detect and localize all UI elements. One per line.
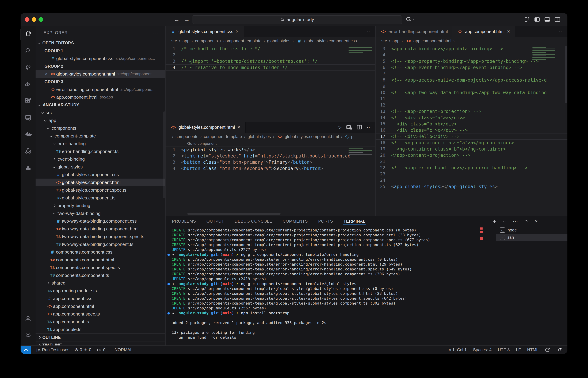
- activity-item-account[interactable]: [21, 311, 36, 327]
- tree-file-item[interactable]: #components.component.css: [36, 248, 165, 256]
- activity-item-search[interactable]: [21, 43, 36, 59]
- toggle-secondary-sidebar-icon[interactable]: [554, 17, 560, 22]
- code-line[interactable]: 20</app-content-projection> -->: [375, 152, 567, 158]
- code-line[interactable]: 8<!-- <app-access-native-dom-objects></a…: [375, 77, 567, 83]
- tree-folder-item[interactable]: property-binding: [36, 202, 165, 210]
- editor-tab[interactable]: <>error-handling.component.html: [375, 26, 452, 37]
- breadcrumb-item[interactable]: app: [392, 39, 400, 43]
- breadcrumb-item[interactable]: global-styles: [248, 134, 271, 139]
- open-editor-item[interactable]: ×<>global-styles.component.htmlsrc/app/c…: [36, 70, 165, 78]
- activity-item-live-share[interactable]: [21, 143, 36, 160]
- tree-file-item[interactable]: TSapp-routing.module.ts: [36, 287, 165, 295]
- code-line[interactable]: 4<button class="btn btn-secondary">Secon…: [166, 165, 375, 172]
- maximize-window-button[interactable]: [39, 17, 43, 22]
- open-editor-item[interactable]: #global-styles.component.csssrc/app/comp…: [36, 55, 165, 63]
- eol-status[interactable]: LF: [516, 347, 521, 352]
- sidebar-section-outline[interactable]: OUTLINE: [36, 333, 165, 341]
- tree-folder-item[interactable]: event-binding: [36, 155, 165, 163]
- tree-folder-item[interactable]: error-handling: [36, 140, 165, 148]
- open-editor-item[interactable]: <>error-handling.component.htmlsrc/app/c…: [36, 86, 165, 94]
- code-line[interactable]: 17<!-- <div>Hello</div> -->: [375, 133, 567, 140]
- activity-item-remote-explorer[interactable]: [21, 110, 36, 126]
- panel-more-actions-icon[interactable]: ···: [513, 218, 518, 224]
- panel-tab-problems[interactable]: PROBLEMS: [172, 216, 196, 226]
- close-icon[interactable]: ×: [43, 71, 49, 77]
- editor-more-actions-icon[interactable]: ···: [367, 28, 372, 34]
- breadcrumb-item[interactable]: components: [195, 39, 218, 43]
- sidebar-scrollbar[interactable]: [163, 111, 165, 198]
- code-line[interactable]: 1<p>global-styles works!</p>: [166, 147, 375, 153]
- activity-item-source-control[interactable]: [21, 59, 36, 76]
- maximize-panel-icon[interactable]: [525, 220, 528, 223]
- breadcrumb-item[interactable]: global-styles: [267, 39, 290, 43]
- tree-folder-item[interactable]: two-way-data-binding: [36, 210, 165, 217]
- open-editor-item[interactable]: <>app.component.htmlsrc/app: [36, 94, 165, 101]
- activity-item-settings[interactable]: [21, 327, 36, 344]
- close-tab-icon[interactable]: ×: [237, 124, 241, 130]
- tree-file-item[interactable]: TSglobal-styles.component.spec.ts: [36, 186, 165, 194]
- encoding-status[interactable]: UTF-8: [498, 347, 510, 352]
- code-editor-app[interactable]: 3<app-data-binding></app-data-binding> -…: [375, 45, 567, 216]
- tree-file-item[interactable]: TSapp.module.ts: [36, 326, 165, 334]
- code-line[interactable]: 5<!-- <app-property-binding></app-proper…: [375, 58, 567, 64]
- code-editor-css[interactable]: 1/* method1 in the css file */23/* @impo…: [166, 45, 375, 122]
- panel-tab-debug-console[interactable]: DEBUG CONSOLE: [234, 216, 272, 226]
- close-tab-icon[interactable]: ×: [506, 29, 511, 34]
- code-line[interactable]: 24: [375, 177, 567, 183]
- tree-folder-item[interactable]: ANGULAR-STUDY: [36, 101, 165, 109]
- breadcrumb-item[interactable]: src: [171, 39, 177, 43]
- code-line[interactable]: 4/* ~ relative to node_modules folder */: [166, 64, 375, 71]
- editor-more-actions-icon[interactable]: ···: [559, 28, 564, 34]
- breadcrumb[interactable]: src›app›components›component-template›gl…: [166, 37, 375, 45]
- close-panel-icon[interactable]: ×: [534, 218, 538, 225]
- terminal-instance-node[interactable]: >_node: [496, 226, 567, 234]
- breadcrumb-item[interactable]: ...: [457, 39, 460, 43]
- tree-file-item[interactable]: <>app.component.html: [36, 302, 165, 310]
- tree-folder-item[interactable]: app: [36, 117, 165, 124]
- tree-file-item[interactable]: TSerror-handling.component.ts: [36, 148, 165, 155]
- code-line[interactable]: 1/* method1 in the css file */: [166, 46, 375, 52]
- run-testcases-button[interactable]: ▷▷ Run Testcases: [37, 347, 69, 352]
- code-line[interactable]: 13<!-- <app-content-projection> -->: [375, 108, 567, 115]
- tree-file-item[interactable]: #app.component.css: [36, 295, 165, 303]
- editor-tab[interactable]: <>app.component.html×: [452, 26, 515, 37]
- new-terminal-icon[interactable]: +: [493, 218, 496, 225]
- code-line[interactable]: 9: [375, 83, 567, 89]
- tree-folder-item[interactable]: shared: [36, 279, 165, 287]
- code-line[interactable]: 6<!-- <app-event-binding></app-event-bin…: [375, 64, 567, 71]
- tree-file-item[interactable]: <>global-styles.component.html: [36, 178, 165, 186]
- editor-tab[interactable]: <>global-styles.component.html×: [166, 122, 245, 133]
- code-line[interactable]: 21: [375, 158, 567, 165]
- code-line[interactable]: 14<!-- <div class="a">a</div>: [375, 115, 567, 121]
- code-line[interactable]: 18<!-- <ng-container class="a">a</ng-con…: [375, 140, 567, 146]
- code-line[interactable]: 2<link rel="stylesheet" href="https://st…: [166, 153, 375, 159]
- breadcrumb-item[interactable]: components: [175, 134, 198, 139]
- tree-file-item[interactable]: TScomponents.component.ts: [36, 271, 165, 279]
- breadcrumb-item[interactable]: global-styles.component.html: [285, 134, 339, 139]
- terminal-instance-zsh[interactable]: >_zsh: [496, 234, 567, 241]
- panel-tab-output[interactable]: OUTPUT: [206, 216, 225, 226]
- tree-file-item[interactable]: TSapp.component.spec.ts: [36, 310, 165, 318]
- activity-item-run-debug[interactable]: [21, 76, 36, 93]
- tree-file-item[interactable]: TSglobal-styles.component.ts: [36, 194, 165, 202]
- breadcrumb-item[interactable]: src: [381, 39, 387, 43]
- open-editors-header[interactable]: OPEN EDITORS: [36, 39, 165, 47]
- split-editor-icon[interactable]: [357, 125, 362, 130]
- customize-layout-icon[interactable]: [524, 17, 530, 22]
- language-mode-status[interactable]: HTML: [527, 347, 539, 352]
- remote-indicator[interactable]: ><: [21, 346, 31, 354]
- history-forward-button[interactable]: →: [184, 16, 190, 23]
- tree-file-item[interactable]: #global-styles.component.css: [36, 171, 165, 179]
- tree-file-item[interactable]: TStwo-way-data-binding.component.spec.ts: [36, 233, 165, 241]
- tree-folder-item[interactable]: component-template: [36, 132, 165, 140]
- breadcrumb-item[interactable]: p: [351, 134, 353, 139]
- minimize-window-button[interactable]: [32, 17, 36, 22]
- panel-tab-terminal[interactable]: TERMINAL: [343, 216, 366, 226]
- tree-file-item[interactable]: <>components.component.html: [36, 256, 165, 264]
- notifications-bell-icon[interactable]: [557, 347, 562, 352]
- run-file-icon[interactable]: ▷: [338, 124, 342, 130]
- copilot-status-icon[interactable]: [545, 347, 551, 352]
- code-editor-html[interactable]: 1<p>global-styles works!</p>2<link rel="…: [166, 147, 375, 216]
- code-line[interactable]: 11: [375, 96, 567, 102]
- code-line[interactable]: 25<app-global-styles></app-global-styles…: [375, 183, 567, 190]
